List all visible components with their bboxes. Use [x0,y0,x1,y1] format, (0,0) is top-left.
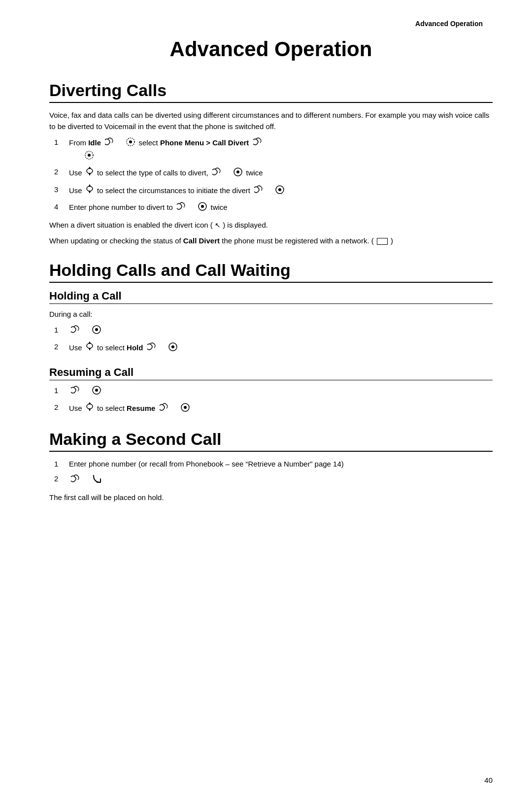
phone-icon-h2 [146,342,164,355]
divert-icon: ↖ [215,221,221,229]
circle-dot-icon-1 [126,137,135,150]
diverting-note2: When updating or checking the status of … [49,235,493,247]
circle-icon-4 [198,201,207,215]
circle-dot-icon-1b [84,150,94,164]
phone-icon-s2 [70,474,88,487]
circle-icon-r1 [92,385,101,399]
svg-point-28 [87,404,93,409]
list-content-2: Use to select the type of calls to diver… [69,167,493,181]
list-content-s2 [69,473,493,488]
list-num-h2: 2 [49,341,69,353]
circle-icon-r2 [180,402,190,416]
section-diverting-calls: Diverting Calls Voice, fax and data call… [49,81,493,247]
phone-icon-h1 [70,325,88,338]
section-second-call: Making a Second Call 1 Enter phone numbe… [49,430,493,503]
list-num-2: 2 [49,167,69,178]
call-icon-s2 [92,473,102,488]
phone-icon-2 [211,167,229,180]
scroll-icon-h2 [85,341,94,356]
circle-icon-h1 [92,325,101,338]
list-item: 4 Enter phone number to divert to [49,201,493,215]
subsection-resuming: Resuming a Call 1 [49,366,493,416]
resuming-call-title: Resuming a Call [49,366,493,380]
section-holding-calls: Holding Calls and Call Waiting Holding a… [49,261,493,416]
scroll-icon-r2 [85,402,94,416]
holding-call-pre: During a call: [49,309,493,320]
page: Advanced Operation Advanced Operation Di… [0,0,532,804]
phone-icon-4 [176,201,194,215]
second-call-title: Making a Second Call [49,430,493,452]
svg-marker-21 [88,341,91,344]
page-title: Advanced Operation [49,37,493,61]
phone-icon-1 [104,137,122,150]
list-content-h2: Use to select Hold [69,341,493,356]
list-content-4: Enter phone number to divert to tw [69,201,493,215]
page-header: Advanced Operation [49,20,493,28]
list-num-s1: 1 [49,459,69,470]
subsection-holding: Holding a Call During a call: 1 [49,290,493,356]
diverting-note1: When a divert situation is enabled the d… [49,220,493,231]
second-call-list: 1 Enter phone number (or recall from Pho… [49,459,493,487]
list-content-h1 [69,325,493,338]
circle-icon-h2 [168,342,178,355]
list-item: 3 Use to select the circumstances to ini… [49,184,493,199]
svg-marker-5 [88,167,91,169]
svg-point-3 [88,154,91,157]
phone-icon-r2 [159,402,176,416]
svg-point-1 [129,140,132,143]
list-content-s1: Enter phone number (or recall from Phone… [69,459,493,470]
diverting-calls-title: Diverting Calls [49,81,493,103]
circle-icon-3 [275,185,285,198]
svg-point-9 [236,170,239,173]
list-item: 1 [49,325,493,338]
phone-icon-r1 [70,385,88,399]
list-item: 2 [49,473,493,488]
list-num-h1: 1 [49,325,69,336]
phone-icon-3 [253,185,271,198]
list-num-3: 3 [49,184,69,196]
resuming-call-list: 1 [49,385,493,416]
svg-point-33 [184,406,187,409]
list-item: 2 Use to select the type of calls to div… [49,167,493,181]
holding-calls-title: Holding Calls and Call Waiting [49,261,493,283]
page-number: 40 [484,776,493,784]
diverting-calls-body: Voice, fax and data calls can be diverte… [49,110,493,132]
svg-marker-29 [88,402,91,404]
list-item: 1 Enter phone number (or recall from Pho… [49,459,493,470]
holding-call-title: Holding a Call [49,290,493,304]
diverting-calls-list: 1 From Idle [49,137,493,215]
svg-point-4 [87,168,93,173]
svg-point-15 [278,188,281,191]
header-label: Advanced Operation [415,20,483,28]
circle-icon-2 [233,167,243,180]
list-item: 2 Use to select Hold [49,341,493,356]
svg-point-27 [95,389,98,392]
list-num-s2: 2 [49,473,69,485]
list-num-1: 1 [49,137,69,148]
list-num-r2: 2 [49,402,69,413]
holding-call-list: 1 [49,325,493,355]
phone-icon-1b [252,137,270,150]
list-item: 1 From Idle [49,137,493,163]
svg-point-20 [87,343,93,348]
svg-point-17 [201,205,204,208]
svg-point-19 [95,328,98,331]
svg-marker-11 [88,184,91,187]
network-icon [377,238,388,245]
list-content-r2: Use to select Resume [69,402,493,416]
list-content-3: Use to select the circumstances to initi… [69,184,493,199]
svg-point-25 [171,345,174,348]
scroll-icon-3 [85,184,94,199]
list-num-4: 4 [49,201,69,213]
list-item: 2 Use to select Resume [49,402,493,416]
scroll-icon-2 [85,167,94,181]
list-content-1: From Idle se [69,137,493,163]
list-num-r1: 1 [49,385,69,397]
svg-point-10 [87,186,93,191]
second-call-note: The first call will be placed on hold. [49,492,493,503]
list-item: 1 [49,385,493,399]
list-content-r1 [69,385,493,399]
